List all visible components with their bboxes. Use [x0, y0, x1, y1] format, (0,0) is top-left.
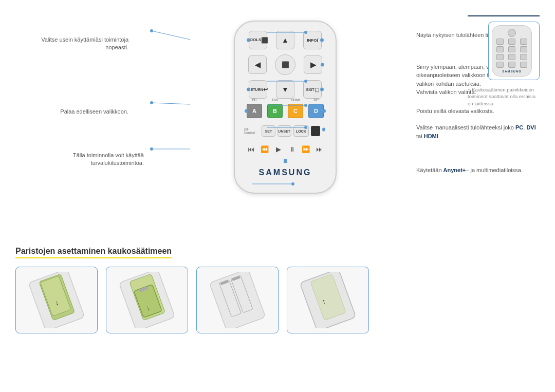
- annotation-tools: Valitse usein käyttämiäsi toimintoja nop…: [26, 36, 128, 52]
- remote-control: TOOLS ⬛ ▲ INFO i ◀ ⬛ ▶: [234, 21, 337, 194]
- source-row: PC A DVI B HDMI C DP D: [244, 104, 326, 118]
- tools-button[interactable]: TOOLS ⬛: [249, 31, 267, 49]
- battery-step-4: ↑: [287, 267, 369, 333]
- pill-control-label: pill control: [244, 127, 258, 135]
- divider: [468, 15, 540, 16]
- small-remote-frame: SAMSUNG: [488, 22, 540, 80]
- info-button[interactable]: INFO i: [303, 31, 322, 49]
- section-title: Paristojen asettaminen kaukosäätimeen: [15, 247, 172, 258]
- bottom-section: Paristojen asettaminen kaukosäätimeen ↓: [0, 247, 555, 333]
- source-label-c: HDMI: [291, 98, 300, 102]
- sr-btn-2: [508, 39, 515, 45]
- next-button[interactable]: ⏭: [312, 142, 326, 156]
- battery-images: ↓ ↓: [15, 267, 540, 333]
- remote-row-3: RETURN ↩ ▼ EXIT ⬚: [244, 80, 326, 99]
- source-label-a: PC: [252, 98, 257, 102]
- pause-button[interactable]: ⏸: [285, 142, 299, 156]
- stop-button[interactable]: [311, 126, 320, 136]
- source-button-d[interactable]: DP D: [308, 104, 324, 118]
- unset-button[interactable]: UNSET: [278, 125, 291, 137]
- ann-exit: Poistu esillä olevasta valikosta.: [411, 107, 540, 116]
- ann-source: Valitse manuaalisesti tulolähteeksi joko…: [411, 123, 540, 140]
- sr-btn-10: [496, 62, 504, 68]
- footnote: Kaukosäätimen painikkeiden toiminnot saa…: [468, 86, 540, 107]
- small-remote: SAMSUNG: [492, 25, 532, 77]
- right-arrow-button[interactable]: ▶: [304, 55, 322, 74]
- sr-btn-4: [496, 46, 504, 52]
- exit-button[interactable]: EXIT ⬚: [303, 80, 322, 99]
- remote-row-2: ◀ ⬛ ▶: [244, 54, 326, 75]
- source-label-b: DVI: [272, 98, 278, 102]
- battery-step-1: ↓: [15, 267, 98, 333]
- sr-btn-1: [496, 39, 504, 45]
- remote-row-lock: pill control SET UNSET LOCK: [244, 125, 326, 137]
- return-button[interactable]: RETURN ↩: [249, 80, 267, 99]
- set-button[interactable]: SET: [262, 125, 275, 137]
- sr-btn-6: [520, 46, 527, 52]
- rew-button[interactable]: ⏪: [258, 142, 272, 156]
- lock-button[interactable]: LOCK: [293, 125, 309, 137]
- source-label-d: DP: [313, 98, 319, 102]
- sr-btn-5: [508, 46, 515, 52]
- source-button-a[interactable]: PC A: [247, 104, 262, 118]
- up-arrow-button[interactable]: ▲: [276, 31, 294, 49]
- sr-btn-8: [508, 54, 515, 60]
- remote-row-media: ⏮ ⏪ ▶ ⏸ ⏩ ⏭: [244, 142, 326, 156]
- sr-btn-9: [520, 54, 527, 60]
- sr-btn-12: [520, 62, 527, 68]
- svg-rect-16: [300, 272, 356, 328]
- down-arrow-button[interactable]: ▼: [276, 80, 294, 99]
- annotation-return: Palaa edelliseen valikkoon.: [60, 108, 128, 116]
- sr-btn-3: [520, 39, 527, 45]
- battery-step-2: ↓: [106, 267, 188, 333]
- prev-button[interactable]: ⏮: [244, 142, 258, 156]
- source-button-b[interactable]: DVI B: [267, 104, 283, 118]
- sr-circle-btn: [508, 29, 516, 37]
- sr-btn-7: [496, 54, 504, 60]
- ann-anynet: Käytetään Anynet+– ja multimediatiloissa…: [411, 166, 540, 175]
- play-button[interactable]: ▶: [271, 142, 285, 156]
- sr-samsung-logo: SAMSUNG: [494, 70, 529, 73]
- source-button-c[interactable]: HDMI C: [288, 104, 303, 118]
- annotations-left: Valitse usein käyttämiäsi toimintoja nop…: [15, 15, 159, 231]
- ff-button[interactable]: ⏩: [299, 142, 313, 156]
- left-arrow-button[interactable]: ◀: [248, 55, 267, 74]
- sr-btn-11: [508, 62, 515, 68]
- center-button[interactable]: ⬛: [275, 54, 295, 75]
- battery-step-3: [196, 267, 279, 333]
- samsung-logo: SAMSUNG: [244, 168, 326, 177]
- annotation-lock: Tällä toiminnolla voit käyttääturvalukit…: [73, 152, 144, 167]
- remote-wrapper: TOOLS ⬛ ▲ INFO i ◀ ⬛ ▶: [159, 15, 411, 231]
- small-remote-section: SAMSUNG Kaukosäätimen painikkeiden toimi…: [468, 15, 540, 107]
- remote-row-1: TOOLS ⬛ ▲ INFO i: [244, 31, 326, 49]
